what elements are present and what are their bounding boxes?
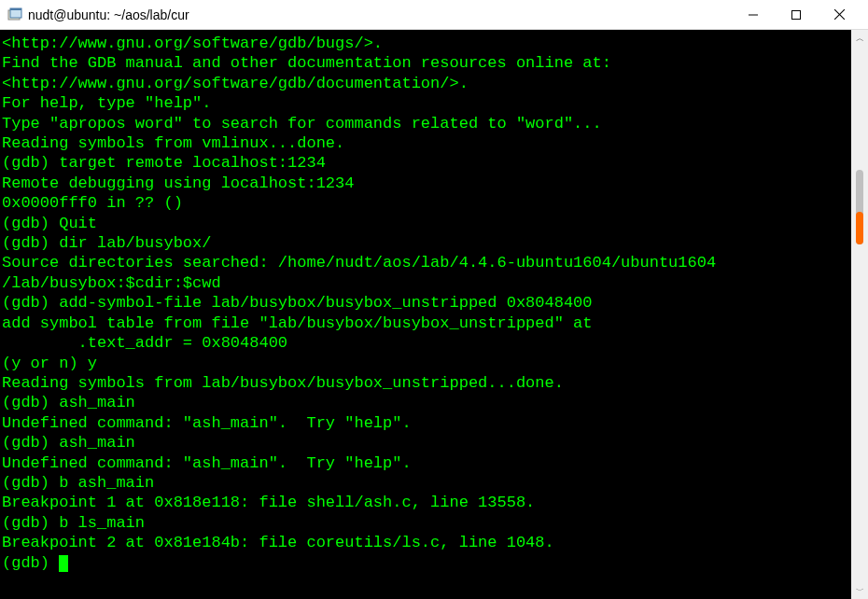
scrollbar-track[interactable] [851,30,868,599]
terminal-line: <http://www.gnu.org/software/gdb/bugs/>. [2,34,851,53]
terminal-line: Reading symbols from lab/busybox/busybox… [2,373,851,393]
svg-rect-4 [792,10,801,19]
terminal-line: 0x0000fff0 in ?? () [2,193,851,213]
terminal-line: (gdb) target remote localhost:1234 [2,153,851,173]
window-title: nudt@ubuntu: ~/aos/lab/cur [28,7,732,22]
terminal-line: (gdb) ash_main [2,393,851,412]
window-titlebar: nudt@ubuntu: ~/aos/lab/cur [0,0,868,30]
scroll-down-icon[interactable]: ﹀ [851,582,868,599]
terminal-line: (gdb) b ls_main [2,513,851,533]
terminal-wrap: <http://www.gnu.org/software/gdb/bugs/>.… [0,30,868,599]
close-button[interactable] [818,0,861,30]
cursor [59,555,68,572]
terminal-line: Reading symbols from vmlinux...done. [2,133,851,153]
terminal-line: add symbol table from file "lab/busybox/… [2,313,851,333]
svg-rect-2 [10,8,21,10]
gdb-prompt: (gdb) [2,554,59,572]
terminal-line: Type "apropos word" to search for comman… [2,114,851,133]
terminal-line: (gdb) ash_main [2,433,851,453]
terminal-line: .text_addr = 0x8048400 [2,333,851,353]
scrollbar-thumb-highlight[interactable] [856,212,863,244]
terminal-line: <http://www.gnu.org/software/gdb/documen… [2,74,851,93]
vertical-scrollbar[interactable]: ︿ ﹀ [851,30,868,599]
terminal-line: For help, type "help". [2,93,851,113]
terminal-line: Undefined command: "ash_main". Try "help… [2,453,851,473]
terminal-line: (gdb) dir lab/busybox/ [2,233,851,253]
terminal-line: (gdb) Quit [2,214,851,233]
terminal-line: Find the GDB manual and other documentat… [2,53,851,73]
maximize-button[interactable] [775,0,818,30]
terminal-line: Undefined command: "ash_main". Try "help… [2,413,851,433]
app-icon [7,7,22,22]
terminal-line: (gdb) add-symbol-file lab/busybox/busybo… [2,293,851,313]
terminal-line: (y or n) y [2,354,851,373]
terminal-line: Breakpoint 2 at 0x81e184b: file coreutil… [2,533,851,552]
minimize-button[interactable] [732,0,775,30]
terminal-line: Source directories searched: /home/nudt/… [2,253,851,272]
terminal-line: Breakpoint 1 at 0x818e118: file shell/as… [2,493,851,512]
terminal-line: /lab/busybox:$cdir:$cwd [2,273,851,293]
terminal-output[interactable]: <http://www.gnu.org/software/gdb/bugs/>.… [0,30,851,599]
terminal-prompt-line[interactable]: (gdb) [2,553,851,573]
terminal-line: (gdb) b ash_main [2,473,851,493]
window-controls [732,0,861,30]
terminal-line: Remote debugging using localhost:1234 [2,174,851,193]
